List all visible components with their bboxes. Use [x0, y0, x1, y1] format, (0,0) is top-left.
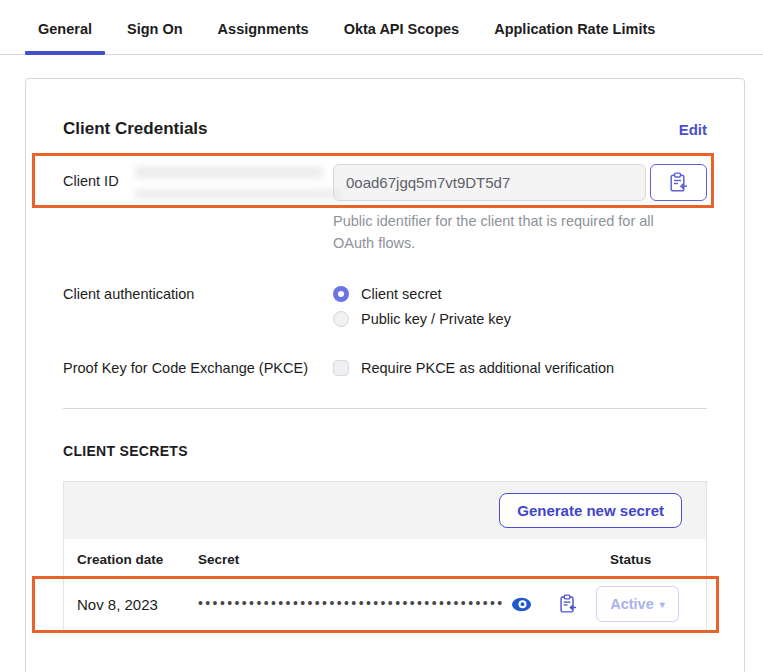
pkce-option-label: Require PKCE as additional verification	[361, 360, 614, 376]
table-row: Nov 8, 2023 ••••••••••••••••••••••••••••…	[64, 578, 706, 631]
tab-application-rate-limits[interactable]: Application Rate Limits	[481, 21, 668, 54]
radio-public-private-key[interactable]	[333, 311, 349, 327]
tab-okta-api-scopes[interactable]: Okta API Scopes	[331, 21, 473, 54]
copy-secret-button[interactable]	[559, 594, 577, 614]
general-settings-card: Client Credentials Edit Client ID	[25, 78, 745, 672]
generate-new-secret-button[interactable]: Generate new secret	[499, 493, 682, 528]
pkce-label: Proof Key for Code Exchange (PKCE)	[63, 360, 333, 376]
redacted-blur	[135, 189, 340, 199]
client-id-row: Client ID	[63, 164, 707, 201]
edit-link[interactable]: Edit	[679, 121, 707, 138]
column-header-secret: Secret	[198, 552, 610, 567]
pkce-option: Require PKCE as additional verification	[333, 360, 707, 376]
eye-icon	[511, 597, 532, 612]
client-id-copy-button[interactable]	[650, 164, 707, 201]
client-id-help-text: Public identifier for the client that is…	[333, 210, 673, 254]
tab-sign-on[interactable]: Sign On	[114, 21, 196, 54]
redacted-blur	[135, 166, 323, 179]
section-divider	[63, 408, 707, 409]
client-secrets-toolbar: Generate new secret	[64, 481, 706, 539]
clipboard-copy-icon	[559, 594, 577, 614]
secret-creation-date: Nov 8, 2023	[77, 596, 198, 613]
column-header-status: Status	[610, 552, 706, 567]
client-authentication-label: Client authentication	[63, 286, 333, 302]
auth-option-public-private-key: Public key / Private key	[333, 311, 707, 327]
radio-client-secret-label: Client secret	[361, 286, 442, 302]
client-secrets-table: Generate new secret Creation date Secret…	[63, 481, 707, 632]
table-header-row: Creation date Secret Status	[64, 539, 706, 578]
secret-status-dropdown[interactable]: Active ▾	[596, 586, 679, 622]
client-credentials-title: Client Credentials	[63, 119, 208, 139]
chevron-down-icon: ▾	[660, 599, 665, 610]
status-label: Active	[610, 596, 654, 612]
pkce-checkbox[interactable]	[333, 360, 349, 376]
status-cell: Active ▾	[596, 586, 706, 622]
client-secrets-title: CLIENT SECRETS	[63, 443, 707, 459]
client-credentials-header: Client Credentials Edit	[63, 119, 707, 139]
secret-cell: ••••••••••••••••••••••••••••••••••••••••…	[198, 594, 596, 614]
clipboard-copy-icon	[669, 172, 688, 193]
client-authentication-row: Client authentication Client secret Publ…	[63, 286, 707, 336]
radio-public-private-key-label: Public key / Private key	[361, 311, 511, 327]
pkce-row: Proof Key for Code Exchange (PKCE) Requi…	[63, 360, 707, 376]
okta-app-settings-page: General Sign On Assignments Okta API Sco…	[0, 0, 763, 672]
tab-assignments[interactable]: Assignments	[205, 21, 322, 54]
client-id-input-group	[333, 164, 707, 201]
reveal-secret-button[interactable]	[511, 597, 532, 612]
auth-option-client-secret: Client secret	[333, 286, 707, 302]
radio-client-secret[interactable]	[333, 286, 349, 302]
app-tabs: General Sign On Assignments Okta API Sco…	[0, 0, 763, 55]
tab-general[interactable]: General	[25, 21, 105, 54]
client-id-input[interactable]	[333, 164, 646, 201]
masked-secret-value: ••••••••••••••••••••••••••••••••••••••••…	[198, 595, 505, 611]
column-header-creation-date: Creation date	[77, 552, 198, 567]
